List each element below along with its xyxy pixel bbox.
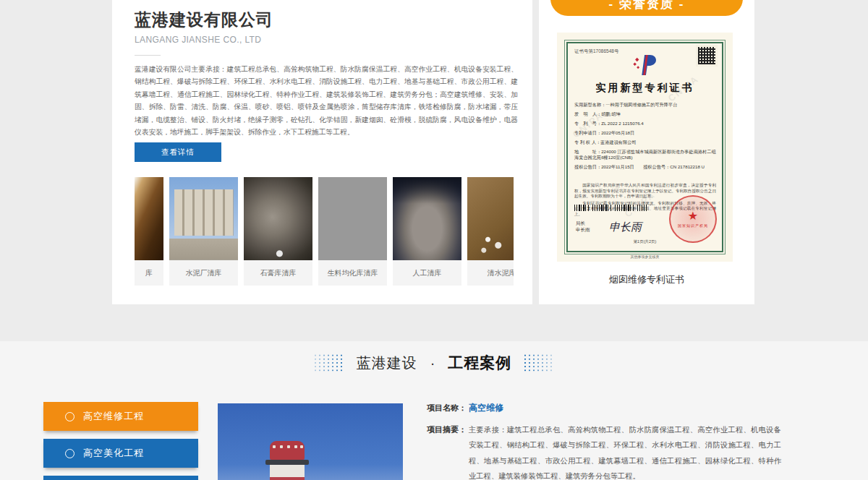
cert-field: 发 明 人：胡鹏;胡坤 bbox=[574, 111, 716, 117]
divider bbox=[135, 55, 161, 56]
heading-cases: 工程案例 bbox=[448, 353, 511, 373]
heading-separator: · bbox=[430, 355, 435, 372]
tab-third-partial[interactable] bbox=[43, 476, 198, 480]
cnipa-logo-icon bbox=[631, 54, 659, 79]
company-title: 蓝港建设有限公司 bbox=[135, 9, 273, 31]
carousel-caption: 水泥厂清库 bbox=[169, 260, 238, 286]
carousel-caption: 清水泥库 bbox=[467, 260, 514, 286]
cert-field: 授权公告日：2022年11月15日 授权公告号：CN 217812218 U bbox=[574, 164, 716, 170]
director-name: 申长雨 bbox=[576, 226, 590, 233]
project-cases-section: 蓝港建设 · 工程案例 高空维修工程 高空美化工程 bbox=[0, 341, 868, 480]
director-label: 局长 bbox=[576, 220, 590, 226]
chimney-cap bbox=[270, 441, 305, 460]
cert-field: 专 利 号：ZL 2022 2 1215076.4 bbox=[574, 121, 716, 127]
carousel-item[interactable]: 清水泥库 bbox=[467, 177, 514, 286]
tab-label: 高空美化工程 bbox=[83, 447, 144, 460]
carousel-track: 库 水泥厂清库 石膏库清库 生料均化库清库 人工清库 bbox=[135, 177, 514, 286]
project-summary-row: 项目摘要： 主要承接：建筑工程总承包、高耸构筑物工程、防水防腐保温工程、高空作业… bbox=[427, 426, 836, 480]
carousel-caption: 生料均化库清库 bbox=[318, 260, 387, 286]
star-icon: ★ bbox=[688, 210, 698, 222]
homogenizing-silo-image bbox=[318, 177, 387, 260]
barcode-icon bbox=[574, 205, 647, 211]
director-signature: 申长雨 bbox=[609, 220, 642, 234]
cement-silo-image bbox=[467, 177, 514, 260]
tab-high-altitude-repair[interactable]: 高空维修工程 bbox=[43, 402, 198, 431]
patent-certificate-image[interactable]: CNIPA CNIPA CNIPA 证书号第17086548号 实用新型专利证书… bbox=[557, 33, 733, 262]
certificate-note: 其他事项参见续页 bbox=[557, 254, 733, 259]
company-intro-panel: 蓝港建设有限公司 LANGANG JIANSHE CO., LTD 蓝港建设有限… bbox=[112, 0, 532, 304]
project-name-row: 项目名称： 高空维修 bbox=[427, 402, 836, 414]
carousel-caption: 石膏库清库 bbox=[244, 260, 312, 286]
view-details-button[interactable]: 查看详情 bbox=[135, 142, 221, 162]
project-summary-label: 项目摘要： bbox=[427, 426, 469, 434]
radio-circle-icon bbox=[65, 449, 75, 458]
carousel-caption: 库 bbox=[135, 260, 163, 286]
carousel-caption: 人工清库 bbox=[393, 260, 461, 286]
project-carousel: 库 水泥厂清库 石膏库清库 生料均化库清库 人工清库 bbox=[135, 177, 514, 286]
case-chimney-photo[interactable] bbox=[218, 403, 403, 480]
company-subtitle: LANGANG JIANSHE CO., LTD bbox=[135, 35, 261, 45]
cert-field: 专 利 权 人：蓝港建设有限公司 bbox=[574, 140, 716, 145]
company-description: 蓝港建设有限公司主要承接：建筑工程总承包、高耸构筑物工程、防水防腐保温工程、高空… bbox=[135, 63, 518, 138]
seal-text: 国家知识产权局 bbox=[678, 223, 708, 228]
honor-qualification-button[interactable]: - 荣誉资质 - bbox=[550, 0, 743, 16]
manual-cleaning-image bbox=[393, 177, 461, 260]
carousel-item[interactable]: 水泥厂清库 bbox=[169, 177, 238, 286]
case-info: 项目名称： 高空维修 项目摘要： 主要承接：建筑工程总承包、高耸构筑物工程、防水… bbox=[427, 402, 836, 480]
tab-high-altitude-beautify[interactable]: 高空美化工程 bbox=[43, 439, 198, 468]
certificate-fields: 实用新型名称：一种用于烟囱维修施工的可升降平台 发 明 人：胡鹏;胡坤 专 利 … bbox=[574, 102, 716, 173]
chimney-white-band bbox=[270, 465, 305, 477]
page: 蓝港建设有限公司 LANGANG JIANSHE CO., LTD 蓝港建设有限… bbox=[0, 0, 868, 480]
case-category-tabs: 高空维修工程 高空美化工程 bbox=[43, 402, 198, 480]
project-name-label: 项目名称： bbox=[427, 403, 469, 413]
silo-interior-image bbox=[135, 177, 163, 260]
carousel-item[interactable]: 生料均化库清库 bbox=[318, 177, 387, 286]
official-seal-icon: ★ 国家知识产权局 bbox=[669, 195, 717, 243]
carousel-item[interactable]: 石膏库清库 bbox=[244, 177, 312, 286]
gypsum-silo-image bbox=[244, 177, 312, 260]
chimney-red-band bbox=[270, 477, 305, 480]
project-summary-text: 主要承接：建筑工程总承包、高耸构筑物工程、防水防腐保温工程、高空作业工程、机电设… bbox=[469, 422, 781, 480]
cert-field: 实用新型名称：一种用于烟囱维修施工的可升降平台 bbox=[574, 102, 716, 108]
dots-decoration-left-icon bbox=[313, 353, 345, 372]
director-block: 局长 申长雨 bbox=[576, 220, 590, 233]
honor-panel: - 荣誉资质 - CNIPA CNIPA CNIPA 证书号第17086548号… bbox=[539, 0, 754, 304]
tab-label: 高空维修工程 bbox=[83, 410, 144, 423]
carousel-item[interactable]: 库 bbox=[135, 177, 163, 286]
certificate-number: 证书号第17086548号 bbox=[574, 48, 618, 55]
carousel-item[interactable]: 人工清库 bbox=[393, 177, 461, 286]
cert-field: 地 址：224000 江苏省盐城市城南新区新都街道办事处南港村二组海棠合园北苑6… bbox=[574, 149, 716, 160]
cement-plant-image bbox=[169, 177, 238, 260]
chimney-platform-ring bbox=[265, 460, 309, 465]
chimney-illustration bbox=[270, 441, 305, 480]
dots-decoration-right-icon bbox=[523, 353, 555, 372]
heading-company: 蓝港建设 bbox=[357, 353, 417, 373]
qr-code-icon bbox=[698, 47, 715, 64]
certificate-title: 实用新型专利证书 bbox=[557, 82, 733, 95]
certificate-caption: 烟囱维修专利证书 bbox=[539, 273, 754, 286]
certificate-page-number: 第1页(共2页) bbox=[557, 239, 733, 244]
radio-circle-icon bbox=[65, 412, 75, 421]
section-heading: 蓝港建设 · 工程案例 bbox=[0, 353, 868, 373]
cert-field: 专利申请日：2022年05月18日 bbox=[574, 130, 716, 136]
project-name-link[interactable]: 高空维修 bbox=[469, 402, 503, 414]
